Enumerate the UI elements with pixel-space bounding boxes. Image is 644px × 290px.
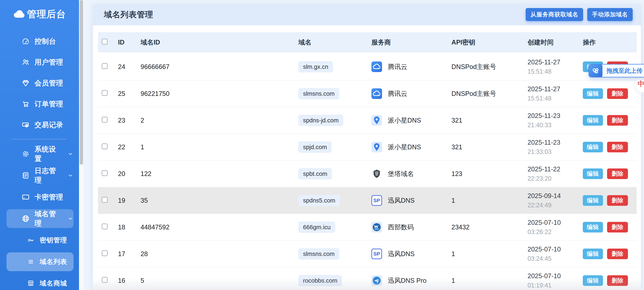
app-title: 管理后台 [27, 8, 66, 21]
sidebar-item-members[interactable]: 会员管理 [6, 74, 74, 92]
created-time: 22:23:20 [528, 175, 583, 182]
sidebar-item-label: 系统设置 [34, 144, 62, 163]
chevron-down-icon [68, 215, 74, 222]
provider-xunfeng-dns-icon: SP [372, 195, 382, 206]
table-row: 1728slmsns.comSP迅风DNS12025-07-1003:24:45… [98, 240, 637, 267]
row-id: 16 [118, 277, 140, 284]
sidebar-item-label: 交易记录 [34, 120, 63, 130]
add-domain-button[interactable]: 手动添加域名 [587, 8, 633, 21]
sidebar-scrollbar-track[interactable] [79, 0, 84, 290]
sidebar-item-orders[interactable]: 订单管理 [6, 95, 74, 113]
shop-icon [27, 279, 35, 287]
row-checkbox[interactable] [102, 143, 108, 149]
row-actions: 编辑删除 [583, 142, 637, 152]
users-icon [22, 58, 30, 66]
created-time: 22:24:49 [528, 202, 583, 209]
table-row: 2496666667slm.gx.cn腾讯云DNSPod主账号2025-11-2… [98, 53, 637, 80]
row-checkbox[interactable] [102, 250, 108, 256]
sidebar-item-settings[interactable]: 系统设置 [6, 144, 74, 163]
delete-button[interactable]: 删除 [607, 168, 628, 179]
sidebar-item-logs[interactable]: 日志管理 [6, 166, 74, 185]
table-header-row: ID 域名ID 域名 服务商 API密钥 创建时间 操作 [98, 32, 637, 52]
row-checkbox[interactable] [102, 117, 108, 123]
delete-button[interactable]: 删除 [607, 275, 628, 286]
sidebar-divider [12, 139, 67, 139]
row-provider-cell: 迅风DNS Pro [372, 275, 452, 286]
edit-button[interactable]: 编辑 [583, 142, 603, 152]
row-provider-cell: 腾讯云 [372, 88, 452, 99]
edit-button[interactable]: 编辑 [583, 222, 603, 232]
edit-button[interactable]: 编辑 [583, 195, 603, 206]
row-id: 19 [118, 197, 140, 204]
upload-drop-tooltip[interactable]: 拖拽至此上传 [588, 64, 644, 77]
delete-button[interactable]: 删除 [607, 142, 628, 152]
row-domain-id: 1 [140, 143, 298, 151]
delete-button[interactable]: 删除 [607, 248, 628, 259]
globe-icon [22, 214, 30, 223]
edit-button[interactable]: 编辑 [583, 115, 603, 126]
row-created-at: 2025-11-2321:33:03 [528, 139, 583, 155]
edit-button[interactable]: 编辑 [583, 168, 603, 179]
row-checkbox[interactable] [102, 224, 108, 229]
sidebar-item-domain-list[interactable]: 域名列表 [6, 252, 74, 271]
row-checkbox[interactable] [102, 170, 108, 176]
domain-tag: rocobbs.com [298, 275, 342, 286]
created-date: 2025-07-10 [528, 219, 583, 226]
edit-button[interactable]: 编辑 [583, 88, 603, 99]
sidebar-item-domain-shop[interactable]: 域名商城 [6, 274, 74, 290]
row-created-at: 2025-11-2715:51:48 [528, 59, 583, 75]
col-provider: 服务商 [372, 38, 452, 47]
sidebar-item-users[interactable]: 用户管理 [6, 53, 74, 72]
row-checkbox[interactable] [102, 277, 108, 283]
row-id: 17 [118, 250, 140, 258]
created-date: 2025-11-27 [528, 85, 583, 93]
page: 管理后台 控制台用户管理会员管理订单管理交易记录 系统设置日志管理卡密管理域名管… [0, 0, 644, 290]
table-body: 2496666667slm.gx.cn腾讯云DNSPod主账号2025-11-2… [98, 53, 637, 290]
delete-button[interactable]: 删除 [607, 115, 628, 126]
col-api-key: API密钥 [452, 38, 528, 47]
delete-button[interactable]: 删除 [607, 222, 628, 232]
row-domain-cell: 666gm.icu [298, 221, 372, 233]
row-checkbox[interactable] [102, 90, 108, 96]
sidebar-item-keys[interactable]: 密钥管理 [6, 231, 74, 250]
delete-button[interactable]: 删除 [607, 195, 628, 206]
row-checkbox[interactable] [102, 197, 108, 203]
money-icon [22, 121, 30, 129]
row-checkbox-cell [98, 143, 118, 151]
row-provider-cell: SP迅风DNS [372, 195, 452, 206]
sidebar-scrollbar-thumb[interactable] [80, 0, 83, 165]
table-row: 20122spbt.com堡塔域名1232025-11-2222:23:20编辑… [98, 160, 637, 187]
row-domain-id: 44847592 [140, 224, 298, 231]
select-all-checkbox[interactable] [102, 39, 108, 45]
sidebar-item-cardkeys[interactable]: 卡密管理 [6, 188, 74, 206]
row-created-at: 2025-07-1003:26:22 [528, 219, 583, 235]
row-domain-cell: spdns-jd.com [298, 115, 372, 126]
delete-button[interactable]: 删除 [607, 88, 628, 99]
sidebar-item-label: 密钥管理 [40, 235, 67, 245]
edit-button[interactable]: 编辑 [583, 248, 603, 259]
row-actions: 编辑删除 [583, 248, 637, 259]
row-domain-id: 96221750 [140, 90, 298, 97]
provider-paixiaoxing-icon [372, 142, 382, 152]
row-domain-id: 28 [140, 250, 298, 258]
sidebar-item-dashboard[interactable]: 控制台 [6, 32, 74, 51]
provider-name: 派小星DNS [388, 143, 421, 151]
sidebar-item-trades[interactable]: 交易记录 [6, 115, 74, 134]
row-api-key: 1 [452, 250, 528, 258]
fetch-domains-button[interactable]: 从服务商获取域名 [526, 8, 583, 21]
row-created-at: 2025-11-2222:23:20 [528, 166, 583, 182]
created-time: 03:26:22 [528, 228, 583, 235]
sidebar-item-domains[interactable]: 域名管理 [6, 209, 74, 228]
row-api-key: DNSPod主账号 [452, 63, 528, 71]
row-id: 23 [118, 117, 140, 124]
table-row: 2596221750slmsns.com腾讯云DNSPod主账号2025-11-… [98, 80, 637, 107]
log-icon [22, 171, 30, 180]
row-created-at: 2025-09-1422:24:49 [528, 192, 583, 209]
table-row: 221spjd.com派小星DNS3212025-11-2321:33:03编辑… [98, 134, 637, 160]
row-id: 22 [118, 143, 140, 151]
edit-button[interactable]: 编辑 [583, 275, 603, 286]
content-card: 域名列表管理 从服务商获取域名 手动添加域名 ID 域名ID 域名 服务商 AP… [93, 4, 641, 290]
row-checkbox[interactable] [102, 63, 108, 69]
row-provider-cell: 堡塔域名 [372, 168, 452, 179]
row-actions: 编辑删除 [583, 195, 637, 206]
